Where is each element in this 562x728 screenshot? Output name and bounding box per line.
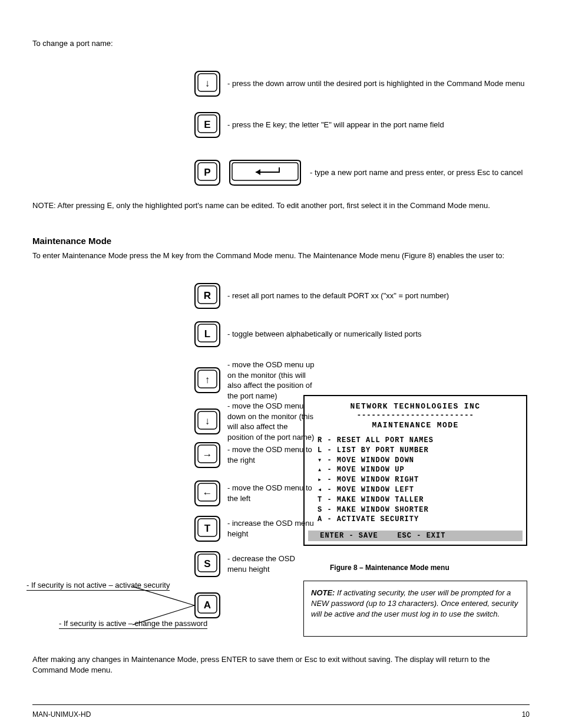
r-key-icon: R	[194, 283, 220, 309]
maint-item: S - MAKE WINDOW SHORTER	[305, 505, 526, 515]
row-up-text: - move the OSD menu up on the monitor (t…	[227, 360, 316, 401]
footer-left: MAN-UNIMUX-HD	[32, 710, 91, 719]
maint-title: NETWORK TECHNOLOGIES INC	[305, 402, 526, 411]
e-key-icon: E	[194, 112, 220, 138]
note-title: NOTE:	[311, 588, 337, 597]
maint-item: ▾ - MOVE WINDOW DOWN	[305, 456, 526, 466]
maint-item: R - RESET ALL PORT NAMES	[305, 436, 526, 446]
footer-right: 10	[522, 710, 530, 719]
maint-item: ▴ - MOVE WINDOW UP	[305, 465, 526, 475]
l-key-icon: L	[194, 321, 220, 347]
note-box: NOTE: If activating security, the user w…	[303, 581, 527, 637]
s-key-icon: S	[194, 551, 220, 577]
maint-item: T - MAKE WINDOW TALLER	[305, 495, 526, 505]
row-r-text: - reset all port names to the default PO…	[227, 291, 449, 301]
edit-intro: To change a port name:	[32, 38, 521, 49]
enter-key-icon	[227, 159, 303, 186]
maint-item: ◂ - MOVE WINDOW LEFT	[305, 485, 526, 495]
footer-divider	[32, 704, 530, 705]
maint-item: L - LIST BY PORT NUMBER	[305, 446, 526, 456]
figure-caption: Figure 8 – Maintenance Mode menu	[330, 563, 449, 573]
left-arrow-key-icon: ←	[194, 480, 220, 506]
down-arrow-key-icon-2: ↓	[194, 409, 220, 434]
closing-paragraph: After making any changes in Maintenance …	[32, 654, 527, 676]
edit-step-1: - press the down arrow until the desired…	[227, 78, 524, 89]
note-body: If activating security, the user will be…	[311, 588, 518, 618]
maintenance-intro: To enter Maintenance Mode press the M ke…	[32, 251, 521, 261]
maint-footer: ENTER - SAVE ESC - EXIT	[308, 531, 523, 541]
maint-item: ▸ - MOVE WINDOW RIGHT	[305, 475, 526, 485]
row-left-text: - move the OSD menu to the left	[227, 483, 316, 503]
down-arrow-key-icon: ↓	[194, 71, 220, 97]
t-key-icon: T	[194, 516, 220, 542]
row-down-text: - move the OSD menu down on the monitor …	[227, 401, 316, 442]
maintenance-heading: Maintenance Mode	[32, 236, 111, 246]
edit-step-2: - press the E key; the letter "E" will a…	[227, 120, 444, 130]
security-line-1: - If security is not active – activate s…	[27, 581, 170, 591]
maint-item: A - ACTIVATE SECURITY	[305, 515, 526, 525]
row-t-text: - increase the OSD menu height	[227, 518, 316, 539]
maint-dashes: ------------------------	[305, 411, 526, 420]
right-arrow-key-icon: →	[194, 442, 220, 468]
maint-mode-label: MAINTENANCE MODE	[305, 421, 526, 430]
security-line-2: - If security is active – change the pas…	[59, 619, 207, 629]
edit-note: NOTE: After pressing E, only the highlig…	[32, 200, 521, 211]
p-key-icon: P	[194, 160, 220, 186]
row-right-text: - move the OSD menu to the right	[227, 444, 316, 465]
maintenance-mode-window: NETWORK TECHNOLOGIES INC ---------------…	[303, 395, 527, 546]
a-key-icon: A	[194, 592, 220, 618]
row-l-text: - toggle between alphabetically or numer…	[227, 329, 422, 340]
up-arrow-key-icon: ↑	[194, 367, 220, 393]
edit-step-3: - type a new port name and press enter, …	[310, 167, 523, 178]
row-s-text: - decrease the OSD menu height	[227, 554, 316, 574]
